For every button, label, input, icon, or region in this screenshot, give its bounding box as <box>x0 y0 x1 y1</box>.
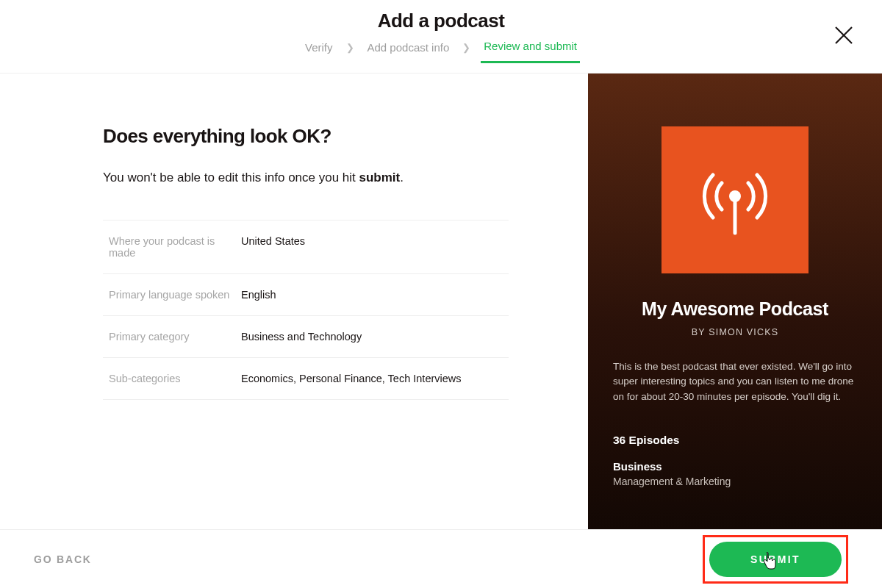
row-value: English <box>241 289 509 301</box>
row-label: Sub-categories <box>103 373 241 384</box>
highlight-box: SUBMIT <box>703 535 848 584</box>
review-note-pre: You won't be able to edit this info once… <box>103 171 359 184</box>
chevron-right-icon: ❯ <box>462 42 470 53</box>
table-row: Primary language spoken English <box>103 274 509 316</box>
row-value: Business and Technology <box>241 331 509 343</box>
review-heading: Does everything look OK? <box>103 125 509 148</box>
submit-label: SUBMIT <box>750 553 800 565</box>
episode-count: 36 Episodes <box>613 434 857 447</box>
row-label: Primary language spoken <box>103 289 241 301</box>
broadcast-icon <box>691 156 779 244</box>
row-label: Primary category <box>103 331 241 343</box>
podcast-byline: BY SIMON VICKS <box>613 327 857 337</box>
row-label: Where your podcast is made <box>103 235 241 259</box>
row-value: Economics, Personal Finance, Tech Interv… <box>241 373 509 384</box>
chevron-right-icon: ❯ <box>346 42 354 53</box>
review-note-bold: submit <box>359 171 401 184</box>
row-value: United States <box>241 235 509 259</box>
podcast-title: My Awesome Podcast <box>613 298 857 320</box>
category-sub: Management & Marketing <box>613 476 857 487</box>
footer-bar: GO BACK SUBMIT <box>0 529 882 588</box>
podcast-description: This is the best podcast that ever exist… <box>613 359 857 404</box>
preview-panel: My Awesome Podcast BY SIMON VICKS This i… <box>588 74 882 529</box>
go-back-button[interactable]: GO BACK <box>34 553 92 565</box>
close-button[interactable] <box>832 24 856 47</box>
breadcrumb-step-review[interactable]: Review and submit <box>481 40 580 63</box>
table-row: Primary category Business and Technology <box>103 316 509 358</box>
breadcrumb-step-add-info[interactable]: Add podcast info <box>365 41 453 62</box>
table-row: Sub-categories Economics, Personal Finan… <box>103 358 509 400</box>
review-note-post: . <box>400 171 404 184</box>
page-title: Add a podcast <box>378 10 505 32</box>
review-panel: Does everything look OK? You won't be ab… <box>0 74 588 529</box>
breadcrumb: Verify ❯ Add podcast info ❯ Review and s… <box>302 40 580 63</box>
submit-button[interactable]: SUBMIT <box>709 542 842 577</box>
category-primary: Business <box>613 460 857 473</box>
podcast-artwork <box>662 126 808 273</box>
main-content: Does everything look OK? You won't be ab… <box>0 74 882 529</box>
close-icon <box>832 24 856 47</box>
table-row: Where your podcast is made United States <box>103 220 509 274</box>
page-header: Add a podcast Verify ❯ Add podcast info … <box>0 0 882 74</box>
review-note: You won't be able to edit this info once… <box>103 168 509 187</box>
review-info-table: Where your podcast is made United States… <box>103 220 509 400</box>
breadcrumb-step-verify[interactable]: Verify <box>302 41 336 62</box>
